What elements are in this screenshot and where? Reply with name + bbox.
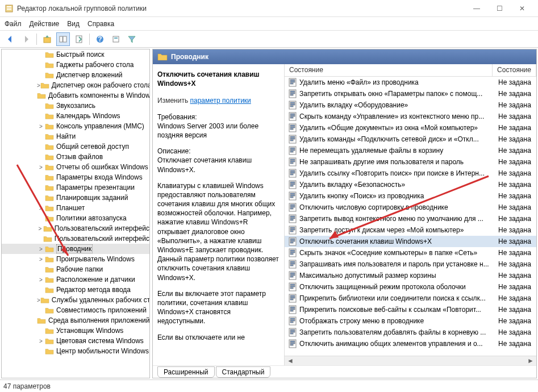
tree-item[interactable]: Параметры входа Windows xyxy=(2,172,149,182)
col-state[interactable]: Состояние xyxy=(493,64,536,76)
expander-icon[interactable]: > xyxy=(37,246,45,252)
tree-item[interactable]: Быстрый поиск xyxy=(2,49,149,60)
col-name[interactable]: Состояние xyxy=(285,64,493,76)
tree-item[interactable]: >Отчеты об ошибках Windows xyxy=(2,162,149,172)
back-button[interactable] xyxy=(3,32,17,46)
list-row[interactable]: Запрашивать имя пользователя и пароль пр… xyxy=(285,258,536,270)
edit-policy-link[interactable]: параметр политики xyxy=(190,97,251,105)
list-row[interactable]: Удалить вкладку «Безопасность»Не задана xyxy=(285,179,536,190)
tree-item[interactable]: Установщик Windows xyxy=(2,326,149,336)
menu-view[interactable]: Вид xyxy=(67,20,80,28)
list-row[interactable]: Запретить доступ к дискам через «Мой ком… xyxy=(285,224,536,236)
tree-item[interactable]: Рабочие папки xyxy=(2,264,149,274)
menu-help[interactable]: Справка xyxy=(87,20,114,28)
tree-item-label: Найти xyxy=(56,132,76,140)
tree-item[interactable]: Пользовательский интерфейс xyxy=(2,233,149,244)
tree-item[interactable]: Совместимость приложений xyxy=(2,305,149,315)
svg-rect-78 xyxy=(290,265,293,266)
list-row[interactable]: Отключить защищенный режим протокола обо… xyxy=(285,281,536,293)
expander-icon[interactable]: > xyxy=(37,164,45,170)
list-row[interactable]: Не перемещать удаляемые файлы в корзинуН… xyxy=(285,145,536,156)
list-row[interactable]: Запретить вывод контекстного меню по умо… xyxy=(285,213,536,224)
tree-item-label: Диспетчер вложений xyxy=(56,71,123,79)
tree-item[interactable]: >Службы удаленных рабочих столов xyxy=(2,295,149,305)
svg-rect-97 xyxy=(290,320,295,321)
expander-icon[interactable]: > xyxy=(37,338,45,344)
list-row[interactable]: Скрыть команду «Управление» из контекстн… xyxy=(285,111,536,122)
properties-button[interactable] xyxy=(109,32,123,46)
svg-rect-106 xyxy=(290,344,293,345)
up-button[interactable] xyxy=(40,32,54,46)
list-row[interactable]: Отключить сочетания клавиш Windows+XНе з… xyxy=(285,236,536,247)
tree-item[interactable]: >Консоль управления (MMC) xyxy=(2,121,149,131)
tree-item[interactable]: Найти xyxy=(2,131,149,141)
list-row[interactable]: Отображать строку меню в проводникеНе за… xyxy=(285,315,536,327)
tree-item-label: Добавить компоненты в Windows xyxy=(48,91,150,99)
maximize-button[interactable]: ☐ xyxy=(488,0,511,17)
close-button[interactable]: ✕ xyxy=(511,0,533,17)
tree-item[interactable]: Отзыв файлов xyxy=(2,152,149,162)
export-button[interactable] xyxy=(72,32,86,46)
row-label: Удалить меню «Файл» из проводника xyxy=(299,78,419,86)
tree-item[interactable]: Добавить компоненты в Windows xyxy=(2,90,149,101)
menu-file[interactable]: Файл xyxy=(5,20,22,28)
tab-standard[interactable]: Стандартный xyxy=(216,366,271,378)
tab-extended[interactable]: Расширенный xyxy=(157,366,215,378)
tree-item-label: Центр мобильности Windows xyxy=(56,347,149,355)
tree-item[interactable]: Среда выполнения приложений xyxy=(2,315,149,326)
tree-item[interactable]: >Расположение и датчики xyxy=(2,274,149,285)
help-button[interactable]: ? xyxy=(93,32,107,46)
svg-rect-62 xyxy=(290,219,293,220)
list-row[interactable]: Максимально допустимый размер корзиныНе … xyxy=(285,270,536,281)
list-body[interactable]: Удалить меню «Файл» из проводникаНе зада… xyxy=(285,77,536,356)
filter-button[interactable] xyxy=(125,32,139,46)
list-row[interactable]: Прикрепить поисковые веб-сайты к ссылкам… xyxy=(285,304,536,315)
show-hide-tree-button[interactable] xyxy=(56,32,70,46)
list-row[interactable]: Удалить «Общие документы» из окна «Мой к… xyxy=(285,122,536,134)
tree-item[interactable]: >Проводник xyxy=(2,244,149,254)
tree-item[interactable]: >Проигрыватель Windows xyxy=(2,254,149,264)
tree-item[interactable]: Центр мобильности Windows xyxy=(2,346,149,356)
menu-action[interactable]: Действие xyxy=(30,20,60,28)
tree-item[interactable]: >Цветовая система Windows xyxy=(2,336,149,346)
h-scrollbar[interactable]: ◄► xyxy=(285,356,536,365)
list-row[interactable]: Скрыть значок «Соседние компьютеры» в па… xyxy=(285,247,536,258)
list-row[interactable]: Удалить команды «Подключить сетевой диск… xyxy=(285,134,536,145)
svg-rect-34 xyxy=(290,140,293,141)
svg-rect-44 xyxy=(290,170,295,172)
tree-pane[interactable]: Быстрый поискГаджеты рабочего столаДиспе… xyxy=(1,49,150,378)
expander-icon[interactable]: > xyxy=(37,226,43,232)
tree-item[interactable]: Редактор метода ввода xyxy=(2,285,149,295)
list-row[interactable]: Запретить открывать окно «Параметры папо… xyxy=(285,88,536,99)
forward-button[interactable] xyxy=(19,32,33,46)
list-row[interactable]: Прикрепить библиотеки или соединители по… xyxy=(285,293,536,304)
list-row[interactable]: Отключить числовую сортировку в проводни… xyxy=(285,202,536,213)
tree-item[interactable]: >Диспетчер окон рабочего стола xyxy=(2,80,149,90)
list-row[interactable]: Удалить ссылку «Повторить поиск» при пои… xyxy=(285,168,536,179)
svg-rect-36 xyxy=(290,148,295,149)
tree-item[interactable]: Звукозапись xyxy=(2,101,149,111)
tree-item[interactable]: Политики автозапуска xyxy=(2,213,149,223)
list-row[interactable]: Не запрашивать другие имя пользователя и… xyxy=(285,156,536,168)
tree-item[interactable]: Диспетчер вложений xyxy=(2,70,149,80)
expander-icon[interactable]: > xyxy=(37,256,45,262)
expander-icon[interactable]: > xyxy=(37,123,45,130)
svg-rect-68 xyxy=(290,239,295,240)
tree-item[interactable]: Гаджеты рабочего стола xyxy=(2,60,149,70)
expander-icon[interactable]: > xyxy=(37,277,45,283)
list-row[interactable]: Удалить кнопку «Поиск» из проводникаНе з… xyxy=(285,190,536,202)
list-row[interactable]: Отключить анимацию общих элементов управ… xyxy=(285,338,536,349)
expander-icon[interactable]: > xyxy=(37,205,45,211)
list-row[interactable]: Удалить меню «Файл» из проводникаНе зада… xyxy=(285,77,536,88)
tree-item[interactable]: Планировщик заданий xyxy=(2,193,149,203)
tree-item[interactable]: Параметры презентации xyxy=(2,182,149,193)
tree-item-label: Быстрый поиск xyxy=(56,51,104,59)
list-row[interactable]: Удалить вкладку «Оборудование»Не задана xyxy=(285,99,536,111)
list-row[interactable]: Запретить пользователям добавлять файлы … xyxy=(285,327,536,338)
tree-item[interactable]: >Планшет xyxy=(2,203,149,213)
tree-item[interactable]: Календарь Windows xyxy=(2,111,149,121)
svg-rect-38 xyxy=(290,151,293,152)
tree-item[interactable]: Общий сетевой доступ xyxy=(2,141,149,152)
tree-item[interactable]: >Пользовательский интерфейс xyxy=(2,223,149,233)
minimize-button[interactable]: — xyxy=(465,0,488,17)
